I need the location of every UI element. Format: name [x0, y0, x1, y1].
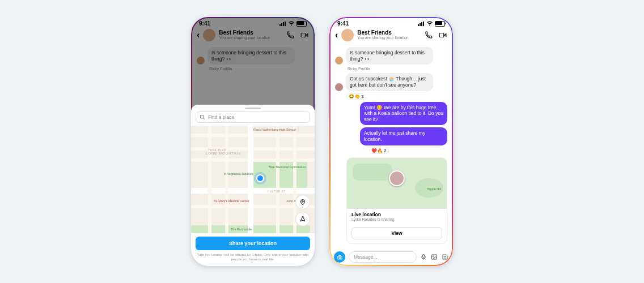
- wifi-icon: [426, 21, 433, 26]
- current-location-dot: [256, 174, 264, 182]
- mic-icon[interactable]: [420, 254, 427, 260]
- card-title: Live location: [351, 212, 442, 217]
- sticker-icon[interactable]: [442, 254, 448, 260]
- status-bar: 9:41: [329, 17, 453, 28]
- map-park: [353, 164, 392, 181]
- search-icon: [200, 114, 205, 120]
- sheet-grabber[interactable]: [245, 108, 261, 109]
- sender-name: Ricky Padilla: [348, 67, 447, 71]
- shared-user-pin: [389, 170, 405, 186]
- message-bubble[interactable]: Is someone bringing dessert to this thin…: [346, 47, 433, 65]
- message-bubble-sent[interactable]: Actually let me just share my location.: [360, 127, 447, 145]
- recenter-button[interactable]: [295, 212, 310, 226]
- svg-point-8: [444, 256, 445, 257]
- reaction-badge[interactable]: 😂👏 3: [346, 93, 366, 100]
- disclaimer-text: Your live location will be shared for 1 …: [191, 252, 315, 266]
- card-subtitle: Lydia Rosales is sharing: [351, 217, 442, 221]
- message-bubble-sent[interactable]: Yum! 😋 We are by this huge tree, with a …: [360, 102, 447, 126]
- map-poi: ● Negoesco Stadium: [224, 172, 253, 175]
- camera-button[interactable]: [334, 251, 345, 263]
- map-area-label: LONE MOUNTAIN: [206, 152, 242, 155]
- map-thumbnail: Hippie Hill: [347, 158, 447, 209]
- share-location-button[interactable]: Share your location: [196, 237, 310, 250]
- avatar[interactable]: [335, 83, 343, 91]
- svg-point-1: [200, 115, 204, 118]
- search-placeholder: Find a place: [208, 114, 234, 120]
- view-button[interactable]: View: [351, 227, 442, 239]
- map-poi: The Panhandle: [231, 228, 252, 231]
- map-poi: War Memorial Gymnasium: [269, 165, 306, 169]
- phone-chat-view: 9:41 ‹ Best Friends You are sharing your…: [329, 17, 453, 266]
- photo-icon[interactable]: [431, 254, 438, 260]
- svg-rect-5: [423, 255, 425, 258]
- svg-point-7: [433, 256, 434, 257]
- map-view[interactable]: LONE MOUNTAIN TURK BLVD FULTON ST Raoul …: [191, 126, 315, 233]
- map-poi: St. Mary's Medical Center: [214, 199, 249, 203]
- chat-subtitle: You are sharing your location: [357, 36, 408, 40]
- chat-title[interactable]: Best Friends: [357, 30, 408, 36]
- svg-point-2: [302, 201, 304, 203]
- status-time: 9:41: [337, 20, 349, 27]
- svg-point-9: [446, 256, 446, 257]
- live-location-card[interactable]: Hippie Hill Live location Lydia Rosales …: [346, 157, 447, 244]
- svg-rect-3: [439, 33, 444, 37]
- search-input[interactable]: Find a place: [196, 112, 310, 123]
- call-icon[interactable]: [425, 31, 433, 39]
- message-input[interactable]: Message...: [349, 251, 417, 263]
- map-road: [208, 126, 211, 233]
- map-road: [248, 126, 253, 233]
- map-street-label: TURK BLVD: [208, 148, 226, 152]
- location-sheet: Find a place LONE MOUNTAIN TURK BLV: [191, 105, 315, 266]
- reaction-badge[interactable]: ❤️🔥 2: [369, 148, 389, 154]
- message-composer: Message...: [329, 251, 453, 263]
- map-poi: Raoul Wallenberg High School: [253, 128, 296, 131]
- map-road: [225, 126, 228, 233]
- map-street-label: FULTON ST: [268, 190, 286, 193]
- drop-pin-button[interactable]: [295, 195, 310, 209]
- message-bubble[interactable]: Got us cupcakes! 🧁 Though… just got here…: [346, 73, 433, 91]
- back-icon[interactable]: ‹: [335, 30, 338, 40]
- chat-header: ‹ Best Friends You are sharing your loca…: [329, 28, 453, 45]
- map-road: [276, 126, 279, 233]
- battery-icon: [435, 21, 445, 27]
- chat-avatar[interactable]: [341, 29, 354, 41]
- video-icon[interactable]: [438, 31, 447, 39]
- map-poi: Hippie Hill: [427, 187, 441, 191]
- avatar[interactable]: [335, 57, 343, 65]
- map-park: [253, 158, 307, 188]
- phone-location-sheet: 9:41 ‹ Best Friends You are sharing your…: [191, 17, 315, 266]
- signal-icon: [418, 22, 425, 26]
- svg-point-4: [338, 256, 340, 258]
